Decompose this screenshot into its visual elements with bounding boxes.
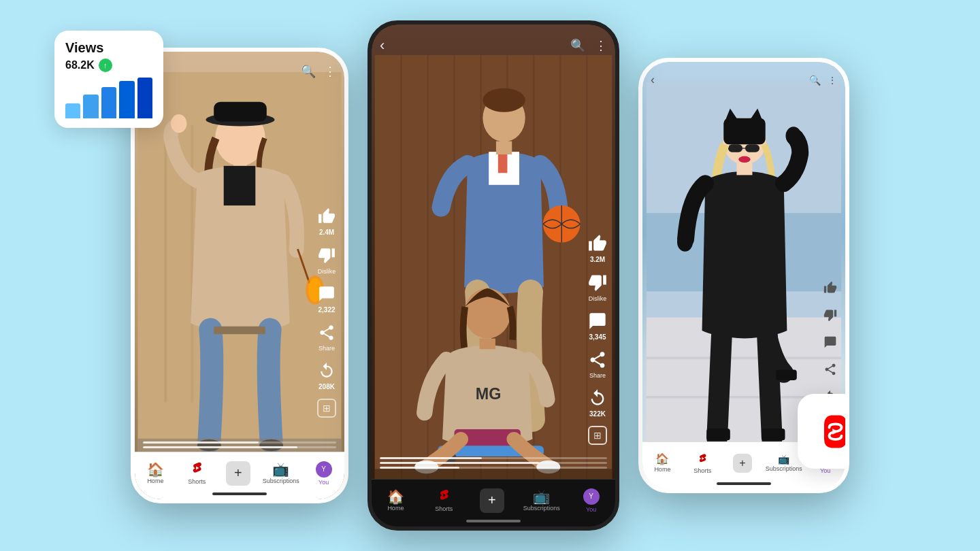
svg-rect-58 [706, 429, 730, 440]
subscriptions-icon-center: 📺 [533, 490, 550, 503]
svg-text:MG: MG [476, 385, 502, 403]
top-bar-right: ‹ 🔍 ⋮ [642, 67, 845, 93]
home-indicator-right [717, 482, 771, 485]
nav-subscriptions-label-center: Subscriptions [523, 505, 560, 512]
winter-woman-svg [642, 82, 845, 445]
nav-home-label-left: Home [147, 478, 163, 484]
back-icon-right[interactable]: ‹ [651, 73, 655, 87]
svg-rect-36 [480, 339, 495, 350]
comment-action-right[interactable] [819, 331, 841, 353]
views-count: 68.2K [65, 59, 95, 71]
add-button-center[interactable]: + [480, 488, 504, 513]
svg-rect-51 [745, 144, 760, 152]
fashion-woman-svg [135, 72, 344, 455]
nav-home-label-right: Home [654, 466, 670, 473]
nav-subscriptions-left[interactable]: 📺 Subscriptions [263, 463, 299, 484]
more-icon-left[interactable]: ⋮ [324, 64, 336, 79]
search-icon-center[interactable]: 🔍 [570, 38, 585, 53]
share-icon-left [316, 322, 338, 344]
subscriptions-icon-left: 📺 [272, 463, 289, 476]
views-count-row: 68.2K ↑ [65, 59, 152, 72]
share-icon-center [587, 349, 608, 371]
nav-home-left[interactable]: 🏠 Home [138, 463, 172, 484]
progress-fill-1-center [380, 457, 482, 459]
remix-box-icon-left: ⊞ [317, 399, 336, 418]
home-indicator-center [466, 520, 521, 522]
home-indicator-left [212, 492, 267, 495]
side-actions-right [819, 277, 841, 407]
svg-point-57 [785, 127, 801, 145]
bar-1 [65, 103, 80, 118]
remix-action-center[interactable]: 322K [587, 387, 608, 418]
comment-action-left[interactable]: 2,322 [316, 283, 338, 314]
back-icon-center[interactable]: ‹ [380, 37, 385, 54]
svg-rect-5 [214, 102, 267, 122]
top-bar-center: ‹ 🔍 ⋮ [372, 31, 615, 60]
bar-4 [119, 81, 134, 118]
shorts-logo-card [798, 394, 849, 469]
nav-home-center[interactable]: 🏠 Home [378, 490, 412, 512]
like-action-left[interactable]: 2.4M [316, 205, 338, 236]
svg-rect-12 [214, 327, 265, 335]
add-button-right[interactable]: + [733, 454, 752, 473]
bar-chart [65, 78, 152, 118]
subscriptions-icon-right: 📺 [778, 454, 789, 464]
progress-fill-1-left [143, 441, 259, 444]
remix-box-center[interactable]: ⊞ [588, 426, 607, 445]
progress-track-2-center [380, 462, 607, 464]
dislike-action-left[interactable]: Dislike [316, 244, 338, 275]
nav-subscriptions-center[interactable]: 📺 Subscriptions [523, 490, 560, 512]
bar-3 [101, 87, 116, 118]
nav-you-center[interactable]: Y You [574, 488, 608, 513]
svg-rect-50 [728, 144, 742, 152]
nav-subscriptions-label-right: Subscriptions [766, 465, 802, 472]
remix-box-left[interactable]: ⊞ [317, 399, 336, 418]
share-action-center[interactable]: Share [587, 349, 608, 379]
dislike-action-right[interactable] [819, 304, 841, 326]
shorts-logo-svg [810, 406, 850, 457]
more-icon-right[interactable]: ⋮ [828, 75, 837, 86]
shorts-icon-left [190, 461, 203, 477]
more-icon-center[interactable]: ⋮ [595, 38, 607, 53]
scene: 🔍 ⋮ 2.4M Dislike [20, 14, 960, 537]
remix-icon-left [316, 360, 338, 382]
add-button-left[interactable]: + [226, 461, 250, 486]
share-action-right[interactable] [819, 358, 841, 380]
share-action-left[interactable]: Share [316, 322, 338, 352]
progress-fill-2-center [380, 462, 539, 464]
remix-action-left[interactable]: 208K [316, 360, 338, 390]
like-action-center[interactable]: 3.2M [587, 233, 608, 263]
svg-rect-1 [164, 138, 167, 402]
bar-5 [137, 78, 152, 118]
nav-shorts-right[interactable]: Shorts [685, 452, 719, 474]
nav-home-right[interactable]: 🏠 Home [645, 454, 679, 473]
dislike-action-center[interactable]: Dislike [587, 271, 608, 302]
search-icon-left[interactable]: 🔍 [301, 64, 316, 79]
svg-point-56 [677, 233, 693, 252]
side-actions-left: 2.4M Dislike 2,322 [316, 205, 338, 418]
search-icon-right[interactable]: 🔍 [809, 75, 821, 86]
comment-icon-left [316, 283, 338, 305]
nav-shorts-label-right: Shorts [693, 467, 711, 474]
like-action-right[interactable] [819, 277, 841, 299]
nav-shorts-label-left: Shorts [188, 478, 206, 485]
nav-shorts-label-center: Shorts [435, 505, 453, 512]
progress-fill-3-center [380, 467, 459, 469]
remix-count-center: 322K [589, 410, 606, 418]
comment-action-center[interactable]: 3,345 [587, 310, 608, 341]
remix-icon-center [587, 387, 608, 409]
share-icon-right [819, 358, 841, 380]
phone-right: ‹ 🔍 ⋮ [638, 58, 849, 493]
progress-section-center [380, 457, 607, 469]
nav-add-left[interactable]: + [221, 461, 255, 486]
nav-add-center[interactable]: + [475, 488, 509, 513]
nav-add-right[interactable]: + [725, 454, 760, 473]
phone-left-inner: 🔍 ⋮ 2.4M Dislike [135, 52, 344, 499]
nav-you-left[interactable]: Y You [307, 461, 341, 486]
nav-shorts-center[interactable]: Shorts [427, 488, 461, 512]
avatar-center: Y [583, 488, 600, 505]
nav-shorts-left[interactable]: Shorts [180, 461, 214, 485]
nav-subscriptions-right[interactable]: 📺 Subscriptions [766, 454, 802, 472]
svg-rect-47 [647, 356, 841, 359]
phone-center-inner: MG [372, 24, 615, 527]
